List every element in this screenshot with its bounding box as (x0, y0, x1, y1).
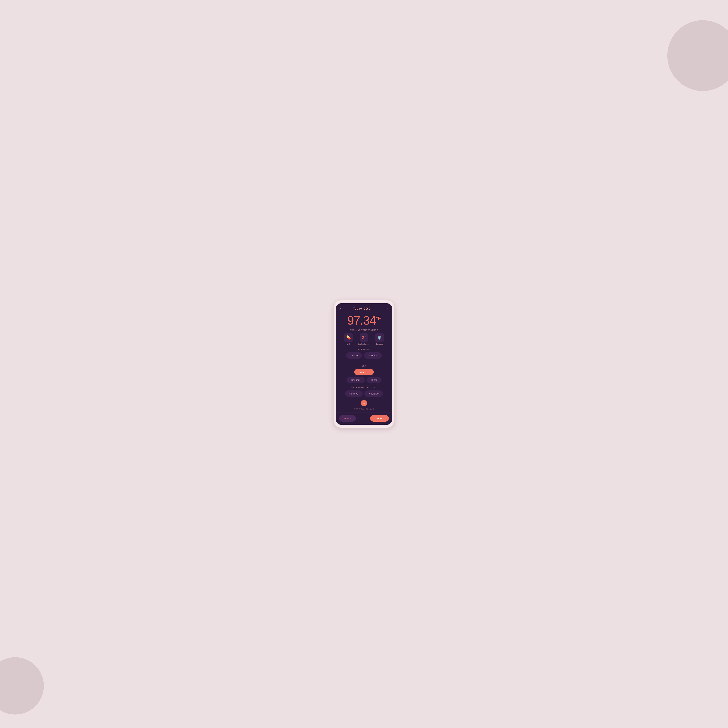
slept-differently-icon: ZZ (359, 333, 369, 342)
sick-label: Sick (347, 343, 350, 345)
temperature-number: 97.34 (347, 314, 376, 327)
phone-frame: × Today, CD 2 ‹ › 97.34°F EXCLUDE TEMPER… (334, 300, 394, 428)
bg-decoration-right (667, 20, 728, 91)
content-area: EXCLUDE TEMPERATURE 💊 Sick ZZ Slept diff… (336, 329, 392, 413)
sex-protected-row: Protected (338, 369, 390, 375)
phone-screen: × Today, CD 2 ‹ › 97.34°F EXCLUDE TEMPER… (336, 303, 392, 425)
footer: MORE SAVE (336, 413, 392, 425)
exclude-temperature-options: 💊 Sick ZZ Slept differently 🥤 Hungover (338, 333, 390, 345)
expand-button[interactable]: ⌄ (361, 400, 367, 406)
exclude-temperature-label: EXCLUDE TEMPERATURE (338, 329, 390, 331)
bleeding-options: Period Spotting (338, 352, 390, 359)
ovulation-test-label: OVULATION TEST (LH) (338, 386, 390, 388)
nav-back-button[interactable]: ‹ (382, 307, 385, 311)
bleeding-section: BLEEDING Period Spotting (338, 348, 390, 359)
nav-forward-button[interactable]: › (386, 307, 389, 311)
header-title: Today, CD 2 (353, 307, 371, 310)
hungover-option[interactable]: 🥤 Hungover (375, 333, 384, 345)
ovulation-test-options: Positive Negative (338, 390, 390, 397)
negative-button[interactable]: Negative (364, 390, 383, 397)
bg-decoration-left (0, 657, 44, 714)
spotting-button[interactable]: Spotting (364, 352, 382, 359)
sex-label: SEX (338, 365, 390, 367)
slept-differently-option[interactable]: ZZ Slept differently (358, 333, 370, 345)
protected-button[interactable]: Protected (354, 369, 374, 375)
ovulation-test-section: OVULATION TEST (LH) Positive Negative (338, 386, 390, 397)
sex-section: SEX Protected Condom Other (338, 365, 390, 383)
cervical-mucus-label: CERVICAL MUCUS (338, 408, 390, 411)
temperature-unit: °F (376, 315, 381, 321)
header-nav: ‹ › (382, 307, 389, 311)
exclude-temperature-section: EXCLUDE TEMPERATURE 💊 Sick ZZ Slept diff… (338, 329, 390, 345)
header: × Today, CD 2 ‹ › (336, 303, 392, 313)
bleeding-label: BLEEDING (338, 348, 390, 350)
period-button[interactable]: Period (346, 352, 362, 359)
condom-button[interactable]: Condom (346, 377, 365, 383)
sick-icon: 💊 (344, 333, 353, 342)
temperature-section: 97.34°F (336, 313, 392, 329)
temperature-value: 97.34°F (347, 314, 381, 327)
hungover-icon: 🥤 (375, 333, 384, 342)
positive-button[interactable]: Positive (345, 390, 362, 397)
close-button[interactable]: × (339, 307, 341, 311)
sick-option[interactable]: 💊 Sick (344, 333, 353, 345)
save-button[interactable]: SAVE (370, 415, 389, 422)
other-button[interactable]: Other (367, 377, 382, 383)
hungover-label: Hungover (375, 343, 384, 345)
sex-other-options: Condom Other (338, 377, 390, 383)
expand-row: ⌄ (338, 400, 390, 406)
slept-differently-label: Slept differently (358, 343, 370, 345)
chevron-down-icon: ⌄ (363, 402, 365, 405)
more-button[interactable]: MORE (339, 415, 356, 422)
